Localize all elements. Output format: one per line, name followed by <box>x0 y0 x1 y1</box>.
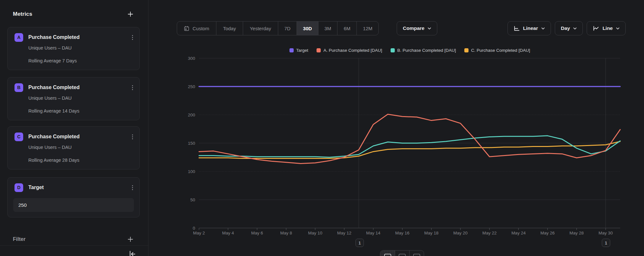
axis-labels: 050100150200250300May 2May 4May 6May 8Ma… <box>188 56 613 235</box>
annotation-marker-2[interactable]: 1 <box>602 239 610 247</box>
legend-label: A. Purchase Completed [DAU] <box>323 48 382 53</box>
chart-legend: TargetA. Purchase Completed [DAU]B. Purc… <box>199 46 620 54</box>
metric-title: Purchase Completed <box>28 85 126 90</box>
svg-text:May 16: May 16 <box>395 231 409 235</box>
metric-menu-button[interactable] <box>131 84 134 91</box>
legend-label: C. Purchase Completed [DAU] <box>471 48 530 53</box>
metrics-line-chart: 050100150200250300May 2May 4May 6May 8Ma… <box>148 0 644 256</box>
svg-text:May 26: May 26 <box>540 231 554 235</box>
series-line-c <box>199 142 620 159</box>
metric-rolling-average: Rolling Average 28 Days <box>28 158 80 163</box>
chart-view-icon <box>384 254 391 256</box>
target-menu-button[interactable] <box>131 184 134 191</box>
legend-item-c[interactable]: C. Purchase Completed [DAU] <box>464 48 530 53</box>
metric-badge-c: C <box>14 133 23 141</box>
legend-swatch <box>289 48 294 52</box>
metric-measure: Unique Users – DAU <box>28 45 72 50</box>
series-lines <box>199 87 620 163</box>
target-value-input[interactable] <box>13 198 134 212</box>
svg-text:0: 0 <box>193 226 195 231</box>
legend-item-target[interactable]: Target <box>289 48 308 53</box>
metric-rolling-average: Rolling Average 7 Days <box>28 58 77 63</box>
chart-table-view-icon <box>399 254 406 256</box>
add-metric-button[interactable] <box>126 9 135 19</box>
svg-text:May 14: May 14 <box>366 231 381 235</box>
plus-icon <box>127 11 134 17</box>
metric-measure: Unique Users – DAU <box>28 96 72 101</box>
table-view-button[interactable] <box>409 251 424 256</box>
svg-text:150: 150 <box>188 141 195 146</box>
filter-section: Filter <box>13 232 135 246</box>
svg-text:May 8: May 8 <box>280 231 292 235</box>
svg-text:May 24: May 24 <box>511 231 526 235</box>
svg-text:May 20: May 20 <box>453 231 468 235</box>
svg-text:May 12: May 12 <box>337 231 351 235</box>
svg-text:May 2: May 2 <box>193 231 205 235</box>
table-view-icon <box>413 254 420 256</box>
metrics-sidebar: Metrics A Purchase Completed Unique User… <box>0 0 148 256</box>
legend-swatch <box>317 48 321 52</box>
svg-text:300: 300 <box>188 56 195 61</box>
filter-heading: Filter <box>13 236 25 242</box>
legend-swatch <box>391 48 395 52</box>
chart-view-button[interactable] <box>380 251 395 256</box>
svg-text:May 28: May 28 <box>570 231 584 235</box>
svg-text:May 6: May 6 <box>251 231 263 235</box>
collapse-sidebar-button[interactable] <box>128 249 137 256</box>
metric-measure: Unique Users – DAU <box>28 145 72 150</box>
svg-text:200: 200 <box>188 113 195 117</box>
plus-icon <box>127 236 134 242</box>
legend-item-a[interactable]: A. Purchase Completed [DAU] <box>317 48 382 53</box>
metric-card-c[interactable]: C Purchase Completed Unique Users – DAU … <box>7 126 140 169</box>
sidebar-divider <box>0 245 148 246</box>
series-line-a <box>199 114 620 163</box>
metric-card-a[interactable]: A Purchase Completed Unique Users – DAU … <box>7 27 140 70</box>
metric-badge-d: D <box>14 183 23 192</box>
metric-rolling-average: Rolling Average 14 Days <box>28 108 80 114</box>
metric-badge-a: A <box>14 33 23 42</box>
legend-label: B. Purchase Completed [DAU] <box>397 48 456 53</box>
metric-title: Purchase Completed <box>28 34 126 40</box>
chart-panel: Custom Today Yesterday 7D 30D 3M 6M 12M … <box>148 0 644 256</box>
svg-text:50: 50 <box>190 197 195 202</box>
metrics-header: Metrics <box>13 7 135 21</box>
add-filter-button[interactable] <box>126 234 135 244</box>
svg-text:May 4: May 4 <box>222 231 234 235</box>
svg-text:May 22: May 22 <box>482 231 497 235</box>
svg-text:May 18: May 18 <box>424 231 439 235</box>
annotation-marker-1[interactable]: 1 <box>355 239 364 247</box>
chart-table-view-button[interactable] <box>395 251 409 256</box>
view-toggle-group <box>380 250 424 256</box>
target-card[interactable]: D Target <box>7 177 140 217</box>
legend-item-b[interactable]: B. Purchase Completed [DAU] <box>391 48 456 53</box>
svg-text:250: 250 <box>188 84 195 89</box>
metric-badge-b: B <box>14 83 23 92</box>
legend-swatch <box>464 48 469 52</box>
target-title: Target <box>28 185 126 190</box>
metrics-heading: Metrics <box>13 11 32 17</box>
legend-label: Target <box>296 48 308 53</box>
svg-text:May 30: May 30 <box>599 231 613 235</box>
metric-card-b[interactable]: B Purchase Completed Unique Users – DAU … <box>7 77 140 120</box>
svg-text:May 10: May 10 <box>308 231 322 235</box>
svg-text:100: 100 <box>188 169 195 174</box>
collapse-left-icon <box>128 250 137 256</box>
metric-menu-button[interactable] <box>131 133 134 141</box>
metric-menu-button[interactable] <box>131 34 134 41</box>
metric-title: Purchase Completed <box>28 134 126 140</box>
